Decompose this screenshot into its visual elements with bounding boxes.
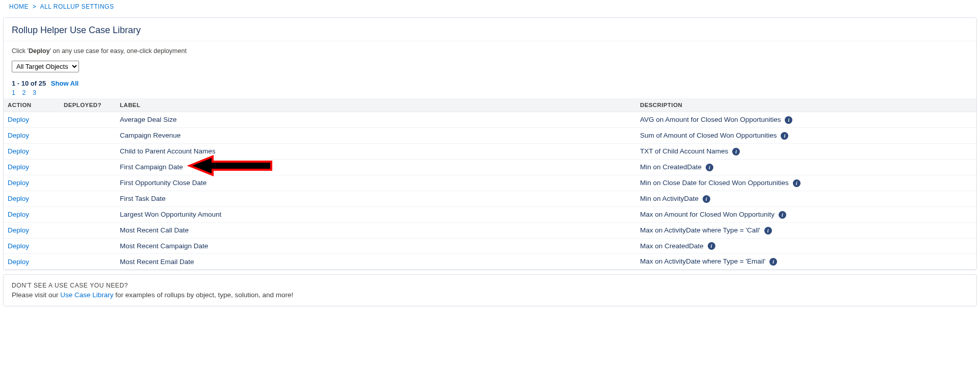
column-deployed: DEPLOYED? bbox=[60, 98, 116, 112]
svg-marker-0 bbox=[190, 157, 271, 175]
breadcrumb-all-rollup-settings[interactable]: ALL ROLLUP SETTINGS bbox=[40, 3, 114, 10]
footer-heading: DON'T SEE A USE CASE YOU NEED? bbox=[12, 282, 968, 289]
deploy-link[interactable]: Deploy bbox=[8, 258, 29, 266]
deploy-link[interactable]: Deploy bbox=[8, 242, 29, 250]
table-row: DeployCampaign RevenueSum of Amount of C… bbox=[4, 127, 976, 143]
description-cell: Min on ActivityDate i bbox=[636, 191, 976, 206]
deployed-cell bbox=[60, 206, 116, 222]
deploy-link[interactable]: Deploy bbox=[8, 226, 29, 234]
info-icon[interactable]: i bbox=[781, 132, 788, 140]
breadcrumb-home[interactable]: HOME bbox=[9, 3, 29, 10]
description-cell: Min on Close Date for Closed Won Opportu… bbox=[636, 175, 976, 191]
page-3[interactable]: 3 bbox=[33, 89, 36, 96]
main-panel: Rollup Helper Use Case Library Click 'De… bbox=[3, 17, 977, 270]
table-row: DeployChild to Parent Account NamesTXT o… bbox=[4, 143, 976, 159]
table-row: DeployFirst Task DateMin on ActivityDate… bbox=[4, 191, 976, 206]
page-1[interactable]: 1 bbox=[12, 89, 15, 96]
pager-range-line: 1 - 10 of 25 Show All bbox=[12, 80, 968, 87]
footer-text: Please visit our Use Case Library for ex… bbox=[12, 291, 968, 299]
page-2[interactable]: 2 bbox=[22, 89, 25, 96]
info-icon[interactable]: i bbox=[785, 116, 792, 124]
breadcrumb-separator: > bbox=[33, 3, 37, 10]
page-title: Rollup Helper Use Case Library bbox=[12, 25, 968, 36]
table-row: DeployMost Recent Campaign DateMax on Cr… bbox=[4, 238, 976, 254]
info-icon[interactable]: i bbox=[769, 258, 777, 266]
deployed-cell bbox=[60, 238, 116, 254]
info-icon[interactable]: i bbox=[706, 164, 713, 171]
use-case-table: ACTION DEPLOYED? LABEL DESCRIPTION Deplo… bbox=[4, 98, 976, 270]
page-numbers: 1 2 3 bbox=[12, 89, 968, 96]
table-row: DeployAverage Deal SizeAVG on Amount for… bbox=[4, 112, 976, 128]
deployed-cell bbox=[60, 143, 116, 159]
description-cell: Max on ActivityDate where Type = 'Call' … bbox=[636, 222, 976, 238]
deployed-cell bbox=[60, 254, 116, 270]
info-icon[interactable]: i bbox=[703, 195, 710, 203]
footer-panel: DON'T SEE A USE CASE YOU NEED? Please vi… bbox=[3, 274, 977, 306]
deploy-link[interactable]: Deploy bbox=[8, 179, 29, 187]
deployed-cell bbox=[60, 127, 116, 143]
table-row: DeployLargest Won Opportunity AmountMax … bbox=[4, 206, 976, 222]
pager-range: 1 - 10 of 25 bbox=[12, 80, 46, 87]
deployed-cell bbox=[60, 222, 116, 238]
description-cell: TXT of Child Account Names i bbox=[636, 143, 976, 159]
table-row: DeployFirst Campaign DateMin on CreatedD… bbox=[4, 159, 976, 175]
deployed-cell bbox=[60, 159, 116, 175]
deploy-link[interactable]: Deploy bbox=[8, 195, 29, 202]
description-cell: Max on ActivityDate where Type = 'Email'… bbox=[636, 254, 976, 270]
deployed-cell bbox=[60, 112, 116, 128]
deployed-cell bbox=[60, 175, 116, 191]
label-cell: First Opportunity Close Date bbox=[116, 175, 636, 191]
info-icon[interactable]: i bbox=[732, 148, 740, 155]
target-object-select[interactable]: All Target Objects bbox=[12, 61, 79, 72]
description-cell: Max on CreatedDate i bbox=[636, 238, 976, 254]
label-cell: Most Recent Email Date bbox=[116, 254, 636, 270]
table-row: DeployMost Recent Call DateMax on Activi… bbox=[4, 222, 976, 238]
label-cell: Largest Won Opportunity Amount bbox=[116, 206, 636, 222]
deploy-link[interactable]: Deploy bbox=[8, 116, 29, 123]
description-cell: Sum of Amount of Closed Won Opportunitie… bbox=[636, 127, 976, 143]
deployed-cell bbox=[60, 191, 116, 206]
show-all-link[interactable]: Show All bbox=[51, 80, 79, 87]
label-cell: First Campaign Date bbox=[116, 159, 636, 175]
info-icon[interactable]: i bbox=[779, 211, 786, 219]
table-row: DeployFirst Opportunity Close DateMin on… bbox=[4, 175, 976, 191]
label-cell: First Task Date bbox=[116, 191, 636, 206]
divider bbox=[4, 41, 976, 41]
info-icon[interactable]: i bbox=[708, 242, 715, 250]
info-icon[interactable]: i bbox=[793, 179, 801, 187]
deploy-link[interactable]: Deploy bbox=[8, 147, 29, 155]
label-cell: Most Recent Call Date bbox=[116, 222, 636, 238]
column-action: ACTION bbox=[4, 98, 60, 112]
description-cell: AVG on Amount for Closed Won Opportuniti… bbox=[636, 112, 976, 128]
column-label: LABEL bbox=[116, 98, 636, 112]
deploy-link[interactable]: Deploy bbox=[8, 132, 29, 139]
table-row: DeployMost Recent Email DateMax on Activ… bbox=[4, 254, 976, 270]
use-case-library-link[interactable]: Use Case Library bbox=[60, 291, 113, 299]
info-icon[interactable]: i bbox=[764, 227, 772, 234]
label-cell: Campaign Revenue bbox=[116, 127, 636, 143]
column-description: DESCRIPTION bbox=[636, 98, 976, 112]
label-cell: Average Deal Size bbox=[116, 112, 636, 128]
description-cell: Max on Amount for Closed Won Opportunity… bbox=[636, 206, 976, 222]
deploy-link[interactable]: Deploy bbox=[8, 211, 29, 218]
instruction-text: Click 'Deploy' on any use case for easy,… bbox=[12, 47, 968, 55]
label-cell: Most Recent Campaign Date bbox=[116, 238, 636, 254]
description-cell: Min on CreatedDate i bbox=[636, 159, 976, 175]
deploy-link[interactable]: Deploy bbox=[8, 163, 29, 171]
breadcrumb: HOME > ALL ROLLUP SETTINGS bbox=[3, 0, 977, 15]
label-cell: Child to Parent Account Names bbox=[116, 143, 636, 159]
